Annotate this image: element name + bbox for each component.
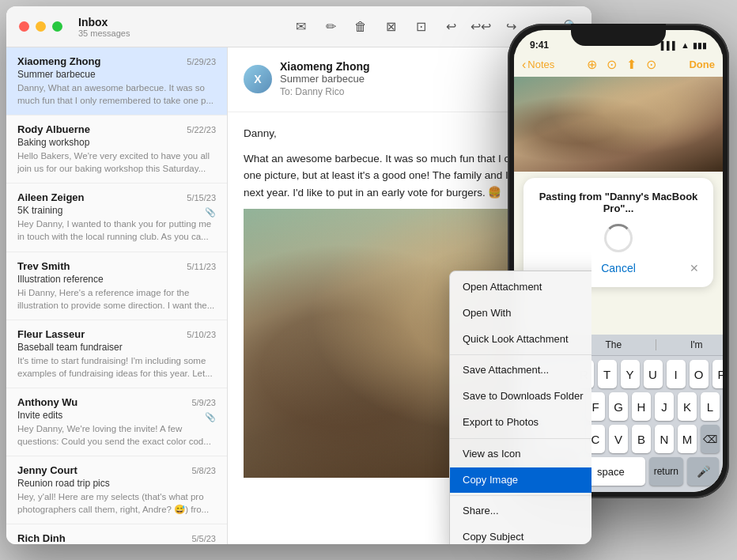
notes-back-button[interactable]: ‹ Notes: [522, 58, 554, 72]
suggestion-right[interactable]: I'm: [684, 339, 709, 350]
suggestion-mid[interactable]: The: [599, 339, 628, 350]
key-n[interactable]: N: [655, 425, 674, 453]
mail-list-item[interactable]: Rody Albuerne 5/22/23 Baking workshop He…: [6, 115, 227, 184]
pasting-spinner: [604, 224, 633, 252]
context-menu-item[interactable]: Copy Image: [450, 467, 591, 494]
key-j[interactable]: J: [655, 392, 674, 421]
context-menu-item[interactable]: Export to Photos: [450, 410, 591, 436]
status-icons: ▌▌▌ ▲ ▮▮▮: [661, 40, 707, 50]
context-menu-item[interactable]: Open With ›: [450, 301, 591, 327]
detail-to: To: Danny Rico: [280, 86, 516, 97]
reply-all-icon[interactable]: ↩↩: [473, 19, 489, 35]
menu-item-label: Quick Look Attachment: [463, 331, 569, 348]
avatar: X: [244, 65, 272, 93]
key-t[interactable]: T: [598, 360, 617, 388]
mail-list-item[interactable]: Jenny Court 5/8/23 Reunion road trip pic…: [6, 456, 227, 524]
compose-icon[interactable]: ✏: [323, 19, 338, 35]
mail-date: 5/9/23: [191, 398, 216, 407]
notes-share-icon[interactable]: ⬆: [626, 57, 637, 72]
mail-date: 5/15/23: [187, 193, 216, 202]
mail-subject: Summer barbecue: [17, 69, 216, 80]
notes-icon-2[interactable]: ⊙: [607, 57, 617, 72]
minimize-button[interactable]: [36, 21, 46, 32]
notes-image-thumbnail: [514, 77, 723, 172]
context-menu-item[interactable]: Quick Look Attachment: [450, 327, 591, 353]
pasting-title: Pasting from "Danny's MacBook Pro"...: [536, 191, 701, 214]
context-menu-item[interactable]: View as Icon: [450, 441, 591, 467]
toolbar-title-area: Inbox 35 messages: [78, 16, 130, 38]
key-u[interactable]: U: [644, 360, 663, 388]
menu-item-label: Share...: [463, 503, 499, 520]
key-g[interactable]: G: [609, 392, 628, 421]
maximize-button[interactable]: [52, 21, 62, 32]
context-menu-item[interactable]: Share...: [450, 498, 591, 524]
mail-preview: Hi Danny, Here's a reference image for t…: [17, 286, 216, 312]
mail-subject: Baking workshop: [17, 137, 216, 148]
return-key[interactable]: return: [649, 457, 683, 486]
reply-icon[interactable]: ↩: [443, 19, 459, 35]
mail-sender: Fleur Lasseur: [17, 328, 85, 340]
notes-done-button[interactable]: Done: [689, 59, 715, 70]
mail-preview: Danny, What an awesome barbecue. It was …: [17, 81, 216, 107]
key-l[interactable]: L: [701, 392, 720, 421]
context-menu-item[interactable]: Open Attachment: [450, 274, 591, 301]
time-display: 9:41: [530, 40, 549, 51]
battery-icon: ▮▮▮: [693, 41, 707, 50]
mail-date: 5/29/23: [187, 57, 216, 66]
mail-subject: Illustration reference: [17, 274, 216, 285]
new-message-icon[interactable]: ✉: [293, 19, 308, 35]
microphone-key[interactable]: 🎤: [687, 457, 719, 486]
message-count: 35 messages: [78, 28, 130, 38]
key-v[interactable]: V: [609, 425, 628, 453]
mail-subject: Baseball team fundraiser: [17, 342, 216, 353]
window-controls: [19, 21, 62, 32]
mail-list-item[interactable]: Aileen Zeigen 5/15/23 5K training Hey Da…: [6, 184, 227, 252]
menu-separator: [450, 438, 591, 439]
mail-toolbar: Inbox 35 messages ✉ ✏ 🗑 ⊠ ⊡ ↩ ↩↩ ↪ » 🔍: [6, 6, 591, 47]
mail-date: 5/11/23: [187, 262, 216, 271]
context-menu-item[interactable]: Copy Subject: [450, 524, 591, 544]
pasting-close-button[interactable]: ✕: [690, 262, 699, 274]
attachment-icon: 📎: [205, 412, 216, 422]
delete-key[interactable]: ⌫: [701, 425, 720, 453]
key-m[interactable]: M: [678, 425, 697, 453]
menu-item-label: Save to Downloads Folder: [463, 388, 583, 405]
detail-meta: Xiaomeng Zhong Summer barbecue To: Danny…: [280, 60, 516, 97]
delete-icon[interactable]: ⊠: [383, 19, 399, 35]
mail-preview: Hey, y'all! Here are my selects (that's …: [17, 490, 216, 516]
mail-date: 5/22/23: [187, 125, 216, 134]
notes-icon-1[interactable]: ⊕: [587, 57, 597, 72]
key-y[interactable]: Y: [621, 360, 640, 388]
trash-icon[interactable]: 🗑: [353, 19, 368, 35]
context-menu-item[interactable]: Save to Downloads Folder: [450, 384, 591, 410]
context-menu: Open Attachment Open With › Quick Look A…: [449, 271, 591, 544]
key-p[interactable]: P: [712, 360, 724, 388]
mail-preview: It's time to start fundraising! I'm incl…: [17, 354, 216, 380]
mail-date: 5/5/23: [191, 534, 216, 543]
key-k[interactable]: K: [678, 392, 697, 421]
mail-sender: Xiaomeng Zhong: [17, 55, 100, 67]
mail-list-item[interactable]: Rich Dinh 5/5/23 Trip to Zion National P…: [6, 524, 227, 544]
signal-icon: ▌▌▌: [661, 41, 678, 50]
notes-navbar: ‹ Notes ⊕ ⊙ ⬆ ⊙ Done: [514, 54, 723, 77]
forward-icon[interactable]: ↪: [503, 19, 519, 35]
detail-subject: Summer barbecue: [280, 73, 516, 85]
key-h[interactable]: H: [632, 392, 651, 421]
notes-nav-icons: ⊕ ⊙ ⬆ ⊙: [587, 57, 656, 72]
mail-list-item[interactable]: Trev Smith 5/11/23 Illustration referenc…: [6, 252, 227, 320]
mail-list-item[interactable]: Anthony Wu 5/9/23 Invite edits Hey Danny…: [6, 388, 227, 456]
context-menu-item[interactable]: Save Attachment...: [450, 358, 591, 384]
key-i[interactable]: I: [667, 360, 686, 388]
archive-icon[interactable]: ⊡: [413, 19, 429, 35]
mail-list-item[interactable]: Fleur Lasseur 5/10/23 Baseball team fund…: [6, 320, 227, 388]
key-o[interactable]: O: [690, 360, 709, 388]
notes-more-icon[interactable]: ⊙: [646, 57, 656, 72]
mail-sidebar: Xiaomeng Zhong 5/29/23 Summer barbecue D…: [6, 47, 228, 544]
key-b[interactable]: B: [632, 425, 651, 453]
detail-from: Xiaomeng Zhong: [280, 60, 516, 73]
menu-item-label: Copy Image: [463, 472, 518, 489]
menu-separator: [450, 354, 591, 355]
mail-list-item[interactable]: Xiaomeng Zhong 5/29/23 Summer barbecue D…: [6, 47, 227, 115]
mail-subject: Reunion road trip pics: [17, 478, 216, 489]
close-button[interactable]: [19, 21, 29, 32]
